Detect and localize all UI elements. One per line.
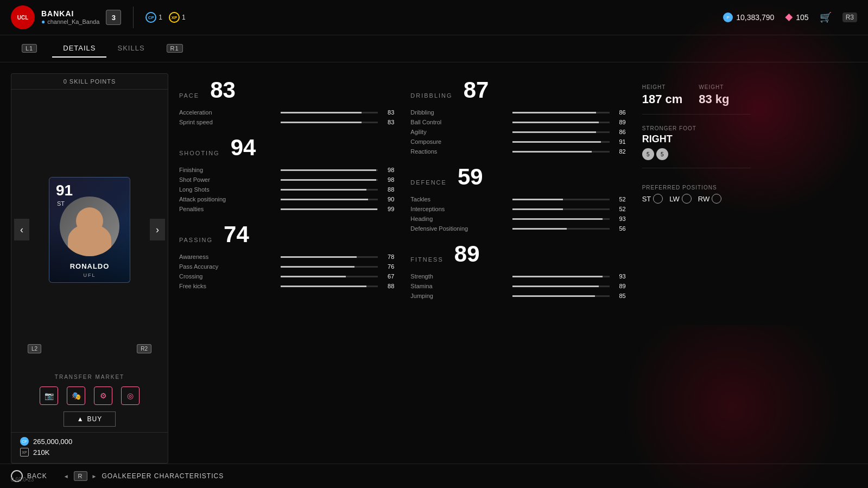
stat-bar-container bbox=[512, 151, 610, 153]
position-badge: ST bbox=[642, 194, 663, 204]
foot-star-2: 5 bbox=[656, 148, 668, 160]
stat-item: Defensive Positioning 56 bbox=[410, 225, 625, 232]
action-icon-search[interactable]: ◎ bbox=[121, 386, 140, 405]
passing-value: 74 bbox=[224, 223, 249, 246]
stat-item-value: 91 bbox=[614, 138, 626, 145]
pace-label: PACE bbox=[179, 92, 199, 99]
action-icon-camera[interactable]: 📷 bbox=[40, 386, 58, 405]
stat-bar-container bbox=[281, 208, 378, 210]
passing-items: Awareness 78 Pass Accuracy 76 Crossing 6… bbox=[179, 253, 394, 289]
position-circle bbox=[682, 194, 692, 204]
next-action[interactable]: ◄ R ► GOALKEEPER CHARACTERISTICS bbox=[64, 471, 224, 481]
foot-label: STRONGER FOOT bbox=[642, 125, 751, 131]
position-label: ST bbox=[642, 195, 651, 203]
shooting-value: 94 bbox=[231, 136, 256, 159]
stat-bar-container bbox=[512, 199, 610, 200]
price-cp-value: 265,000,000 bbox=[33, 438, 72, 446]
buy-button[interactable]: ▲ BUY bbox=[64, 411, 116, 427]
stat-bar-container bbox=[281, 276, 378, 277]
stat-item: Reactions 82 bbox=[410, 148, 625, 155]
stat-item: Penalties 99 bbox=[179, 206, 394, 212]
stat-bar-fill bbox=[281, 179, 376, 181]
stat-bar-fill bbox=[512, 286, 599, 287]
stat-item: Stamina 89 bbox=[410, 283, 625, 289]
top-bar-right: P 10,383,790 105 🛒 R3 bbox=[723, 11, 857, 23]
stat-bar-container bbox=[281, 112, 378, 113]
stat-bar-fill bbox=[512, 112, 596, 113]
player-position: ST bbox=[57, 200, 65, 207]
currency-cp: P 10,383,790 bbox=[723, 12, 774, 22]
stat-bar-container bbox=[512, 131, 610, 133]
stat-item: Attack positioning 90 bbox=[179, 196, 394, 202]
xp-badge: XP 1 bbox=[169, 12, 186, 23]
tab-details[interactable]: DETAILS bbox=[52, 40, 106, 58]
stat-item: Shot Power 98 bbox=[179, 176, 394, 183]
position-label: RW bbox=[698, 195, 709, 203]
position-circle bbox=[653, 194, 663, 204]
tab-skills[interactable]: SKILLS bbox=[106, 40, 155, 58]
top-bar-left: UCL BANKAI ● channel_Ka_Banda 3 CP 1 XP … bbox=[11, 5, 186, 29]
stat-item-name: Agility bbox=[410, 129, 508, 135]
defence-value: 59 bbox=[458, 166, 483, 188]
height-block: HEIGHT 187 cm bbox=[642, 84, 683, 106]
position-label: LW bbox=[669, 195, 680, 203]
user-info: BANKAI ● channel_Ka_Banda bbox=[41, 9, 99, 26]
weight-block: WEIGHT 83 kg bbox=[699, 84, 729, 106]
stat-item-value: 56 bbox=[614, 225, 626, 232]
tab-r1[interactable]: R1 bbox=[156, 40, 198, 58]
pace-header: PACE 83 bbox=[179, 79, 394, 102]
stat-item-name: Dribbling bbox=[410, 109, 508, 116]
cart-icon[interactable]: 🛒 bbox=[820, 11, 832, 23]
price-cp-icon: CP bbox=[20, 437, 29, 446]
top-bar: UCL BANKAI ● channel_Ka_Banda 3 CP 1 XP … bbox=[0, 0, 868, 35]
tab-l1[interactable]: L1 bbox=[11, 40, 52, 58]
next-label: GOALKEEPER CHARACTERISTICS bbox=[102, 472, 224, 480]
stat-item: Pass Accuracy 76 bbox=[179, 263, 394, 270]
foot-stars: 5 5 bbox=[642, 148, 751, 160]
currency-cp-icon: P bbox=[723, 12, 733, 22]
next-player-button[interactable]: › bbox=[150, 219, 165, 240]
version-text: 0.60.0•23 bbox=[11, 477, 34, 483]
player-club: UFL bbox=[83, 272, 96, 278]
stat-item-value: 89 bbox=[614, 283, 626, 289]
foot-section: STRONGER FOOT RIGHT 5 5 bbox=[642, 125, 751, 168]
stat-item-name: Stamina bbox=[410, 283, 508, 289]
stat-item-name: Interceptions bbox=[410, 206, 508, 212]
prev-player-button[interactable]: ‹ bbox=[14, 219, 29, 240]
stat-item-name: Ball Control bbox=[410, 119, 508, 125]
height-weight-section: HEIGHT 187 cm WEIGHT 83 kg bbox=[642, 84, 751, 115]
stat-bar-container bbox=[281, 256, 378, 258]
positions-label: PREFERRED POSITIONS bbox=[642, 185, 751, 191]
stat-bar-fill bbox=[512, 208, 563, 210]
stat-item: Agility 86 bbox=[410, 129, 625, 135]
action-icon-person[interactable]: 🎭 bbox=[67, 386, 85, 405]
stat-item: Interceptions 52 bbox=[410, 206, 625, 212]
stat-bar-container bbox=[512, 218, 610, 220]
icon-badges: CP 1 XP 1 bbox=[145, 12, 185, 23]
stats-panel: PACE 83 Acceleration 83 Sprint speed 83 … bbox=[179, 73, 857, 464]
shooting-header: SHOOTING 94 bbox=[179, 136, 394, 159]
cp-icon: CP bbox=[145, 12, 156, 23]
stat-item-value: 99 bbox=[382, 206, 394, 212]
shooting-label: SHOOTING bbox=[179, 150, 220, 156]
stat-bar-container bbox=[281, 189, 378, 191]
stat-item-value: 98 bbox=[382, 176, 394, 183]
stat-item: Finishing 98 bbox=[179, 167, 394, 173]
fitness-value: 89 bbox=[454, 243, 480, 265]
height-value: 187 cm bbox=[642, 92, 683, 106]
stat-item-name: Defensive Positioning bbox=[410, 225, 508, 232]
stat-category-defence: DEFENCE 59 Tackles 52 Interceptions 52 H… bbox=[410, 166, 625, 232]
action-icon-settings[interactable]: ⚙ bbox=[94, 386, 112, 405]
stat-bar-container bbox=[281, 122, 378, 123]
price-section: CP 265,000,000 XP 210K bbox=[11, 432, 168, 463]
stat-bar-fill bbox=[281, 199, 368, 200]
stat-item-name: Attack positioning bbox=[179, 196, 276, 202]
stat-bar-container bbox=[281, 286, 378, 287]
stat-bar-container bbox=[512, 286, 610, 287]
stat-bar-container bbox=[281, 199, 378, 200]
stats-col2: Dribbling 87 Dribbling 86 Ball Control 8… bbox=[410, 79, 625, 464]
stat-bar-fill bbox=[281, 189, 366, 191]
dribbling-value: 87 bbox=[464, 79, 489, 102]
stat-item-name: Awareness bbox=[179, 253, 276, 260]
transfer-market-label: TRANSFER MARKET bbox=[55, 374, 124, 380]
